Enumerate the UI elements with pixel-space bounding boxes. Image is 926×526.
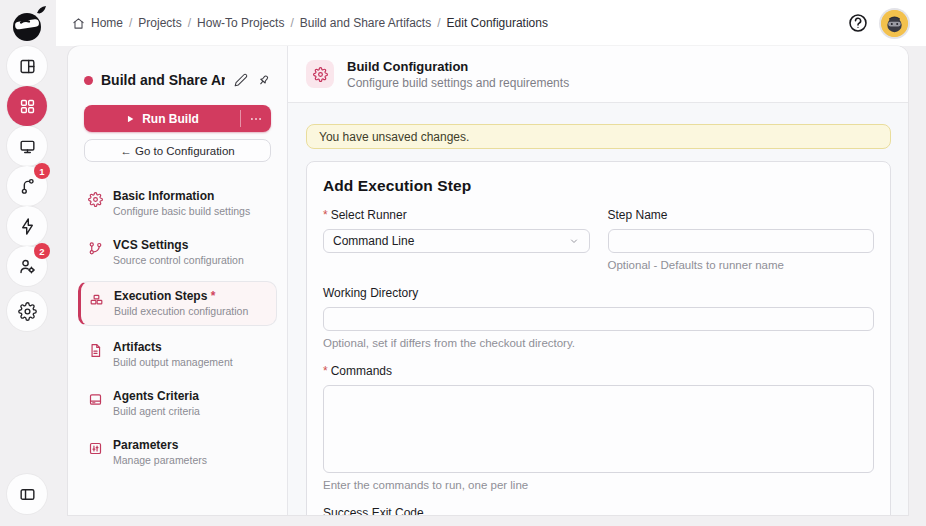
build-config-gear-icon xyxy=(306,60,334,88)
rail-pipelines-button[interactable]: 1 xyxy=(7,166,47,206)
main-content: You have unsaved changes. Add Execution … xyxy=(288,103,908,515)
card-title: Add Execution Step xyxy=(323,177,874,195)
rail-projects-button[interactable] xyxy=(7,86,47,126)
parameters-icon xyxy=(87,440,103,456)
working-directory-input[interactable] xyxy=(323,307,874,331)
page-title: Build Configuration xyxy=(347,58,569,75)
grid-icon xyxy=(18,97,37,116)
rail-activity-button[interactable] xyxy=(7,206,47,246)
nav-item-desc: Configure basic build settings xyxy=(113,205,250,218)
user-gear-icon xyxy=(18,257,37,276)
nav-item-desc: Source control configuration xyxy=(113,254,244,267)
nav-execution-steps[interactable]: Execution Steps * Build execution config… xyxy=(78,281,277,326)
nav-basic-information[interactable]: Basic Information Configure basic build … xyxy=(78,183,277,224)
status-dot xyxy=(84,76,93,85)
breadcrumb-projects[interactable]: Projects xyxy=(138,16,181,30)
gear-icon xyxy=(87,191,103,207)
main-header: Build Configuration Configure build sett… xyxy=(288,46,908,103)
select-runner-label: *Select Runner xyxy=(323,208,590,222)
nav-item-label: Execution Steps * xyxy=(114,289,248,304)
execution-steps-icon xyxy=(88,291,104,307)
run-build-split-button: Run Build xyxy=(84,105,271,132)
users-badge: 2 xyxy=(34,243,50,259)
select-runner-dropdown[interactable]: Command Line xyxy=(323,229,590,253)
sidebar-panel-icon xyxy=(18,485,37,504)
go-to-configuration-label: ← Go to Configuration xyxy=(120,145,234,157)
nav-parameters[interactable]: Parameters Manage parameters xyxy=(78,432,277,473)
working-directory-group: Working Directory Optional, set if diffe… xyxy=(323,286,874,349)
success-exit-code-label: Success Exit Code xyxy=(323,506,874,515)
run-build-more-button[interactable] xyxy=(241,105,271,132)
nav-item-label: Agents Criteria xyxy=(113,389,200,404)
monitor-icon xyxy=(18,137,37,156)
run-build-button[interactable]: Run Build xyxy=(84,105,240,132)
agent-terminal-icon xyxy=(87,391,103,407)
nav-item-label: VCS Settings xyxy=(113,238,244,253)
breadcrumb-separator: / xyxy=(290,16,293,30)
rail-agents-button[interactable] xyxy=(7,126,47,166)
lightning-icon xyxy=(18,217,37,236)
breadcrumb-separator: / xyxy=(437,16,440,30)
more-options-icon xyxy=(249,112,263,126)
breadcrumb-current: Edit Configurations xyxy=(447,16,548,30)
commands-hint: Enter the commands to run, one per line xyxy=(323,479,874,491)
nav-item-label: Parameters xyxy=(113,438,207,453)
breadcrumb-home[interactable]: Home xyxy=(91,16,123,30)
content-sheet: Build and Share Ar... xyxy=(68,46,908,515)
success-exit-code-group: Success Exit Code xyxy=(323,506,874,515)
commands-textarea[interactable] xyxy=(323,385,874,473)
app-logo-ninja-icon[interactable] xyxy=(7,4,49,46)
user-avatar[interactable] xyxy=(881,10,908,37)
page-subtitle: Configure build settings and requirement… xyxy=(347,75,569,91)
home-icon xyxy=(72,17,85,30)
select-runner-value: Command Line xyxy=(333,234,414,248)
commands-label: *Commands xyxy=(323,364,874,378)
pin-icon[interactable] xyxy=(256,73,271,88)
required-marker: * xyxy=(323,364,328,378)
breadcrumb-separator: / xyxy=(129,16,132,30)
breadcrumb-separator: / xyxy=(188,16,191,30)
nav-item-label: Artifacts xyxy=(113,340,233,355)
chevron-down-icon xyxy=(568,235,580,247)
artifact-file-icon xyxy=(87,342,103,358)
rail-dashboard-button[interactable] xyxy=(7,46,47,86)
gear-icon xyxy=(18,302,37,321)
breadcrumb: Home / Projects / How-To Projects / Buil… xyxy=(72,16,548,30)
step-name-input[interactable] xyxy=(608,229,875,253)
nav-agents-criteria[interactable]: Agents Criteria Build agent criteria xyxy=(78,383,277,424)
nav-item-desc: Build agent criteria xyxy=(113,405,200,418)
rail-settings-button[interactable] xyxy=(7,291,47,331)
config-title-row: Build and Share Ar... xyxy=(84,68,271,92)
step-name-group: Step Name Optional - Defaults to runner … xyxy=(608,208,875,271)
breadcrumb-howto-projects[interactable]: How-To Projects xyxy=(197,16,284,30)
working-directory-label: Working Directory xyxy=(323,286,874,300)
nav-vcs-settings[interactable]: VCS Settings Source control configuratio… xyxy=(78,232,277,273)
nav-item-desc: Manage parameters xyxy=(113,454,207,467)
config-title: Build and Share Ar... xyxy=(101,72,225,88)
run-build-label: Run Build xyxy=(142,112,199,126)
topbar: Home / Projects / How-To Projects / Buil… xyxy=(56,0,926,46)
rail-collapse-button[interactable] xyxy=(7,474,47,514)
git-branch-icon xyxy=(87,240,103,256)
banner-text: You have unsaved changes. xyxy=(319,130,469,144)
nav-item-desc: Build execution configuration xyxy=(114,305,248,318)
required-marker: * xyxy=(323,208,328,222)
working-directory-hint: Optional, set if differs from the checko… xyxy=(323,337,874,349)
nav-item-desc: Build output management xyxy=(113,356,233,369)
left-rail: 1 2 xyxy=(0,0,56,526)
topbar-actions xyxy=(847,10,908,37)
help-icon[interactable] xyxy=(847,12,869,34)
rail-users-button[interactable]: 2 xyxy=(7,246,47,286)
unsaved-changes-banner: You have unsaved changes. xyxy=(306,124,891,149)
add-execution-step-card: Add Execution Step *Select Runner Comman… xyxy=(306,161,891,515)
commands-group: *Commands Enter the commands to run, one… xyxy=(323,364,874,491)
breadcrumb-build-share[interactable]: Build and Share Artifacts xyxy=(300,16,431,30)
select-runner-group: *Select Runner Command Line xyxy=(323,208,590,271)
nav-artifacts[interactable]: Artifacts Build output management xyxy=(78,334,277,375)
edit-pencil-icon[interactable] xyxy=(233,73,248,88)
config-nav: Basic Information Configure basic build … xyxy=(84,183,271,473)
config-sidebar: Build and Share Ar... xyxy=(68,46,288,515)
go-to-configuration-button[interactable]: ← Go to Configuration xyxy=(84,139,271,162)
required-marker: * xyxy=(211,289,216,303)
step-name-hint: Optional - Defaults to runner name xyxy=(608,259,875,271)
